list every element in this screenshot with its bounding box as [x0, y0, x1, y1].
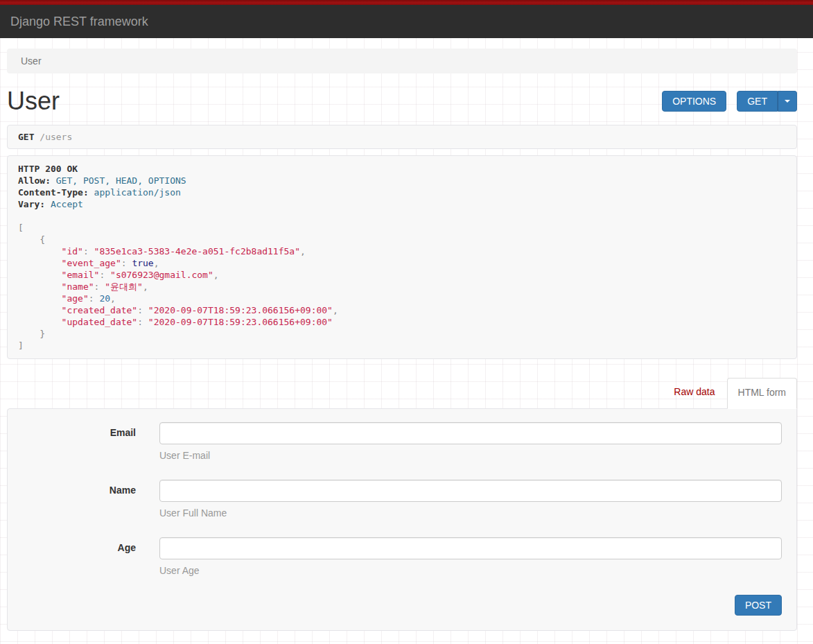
format-tabs: Raw data HTML form [7, 378, 797, 408]
json-token: "2020-09-07T18:59:23.066156+09:00" [148, 305, 333, 315]
title-row: User OPTIONS GET [7, 87, 797, 116]
json-token: , [143, 281, 148, 292]
request-method: GET [18, 132, 34, 142]
field-column: User Full Name [159, 480, 782, 519]
header-name: Allow: [18, 175, 51, 186]
age-field[interactable] [159, 537, 782, 559]
header-name: Vary: [18, 199, 45, 209]
chevron-down-icon [785, 100, 790, 103]
brand-title: Django REST framework [10, 15, 148, 29]
top-red-stripe [0, 0, 813, 5]
json-token: : [89, 293, 100, 304]
json-token: } [18, 329, 45, 339]
get-dropdown-toggle[interactable] [778, 91, 797, 112]
json-token: : [121, 258, 132, 268]
field-help-text: User Age [159, 565, 782, 576]
header-name: Content-Type: [18, 187, 89, 198]
json-token: : [137, 317, 148, 327]
json-token: : [94, 281, 105, 292]
json-token: "updated_date" [18, 317, 137, 327]
field-label-email: Email [18, 422, 136, 461]
json-token: 20 [99, 293, 110, 304]
json-token: , [154, 258, 159, 268]
json-token: "email" [18, 270, 99, 280]
field-help-text: User E-mail [159, 450, 782, 461]
json-token: true [132, 258, 153, 268]
options-button[interactable]: OPTIONS [662, 91, 726, 112]
form-row-name: NameUser Full Name [18, 480, 782, 519]
json-token: : [137, 305, 148, 315]
form-actions: POST [18, 595, 782, 616]
breadcrumb: User [7, 49, 797, 73]
json-token: , [300, 246, 306, 256]
json-token: , [110, 293, 116, 304]
json-token: "age" [18, 293, 89, 304]
tab-raw-data[interactable]: Raw data [663, 378, 725, 408]
json-token: "s076923@gmail.com" [110, 270, 213, 280]
json-token: "2020-09-07T18:59:23.066156+09:00" [148, 317, 333, 327]
json-token: { [18, 234, 45, 245]
get-button-group: GET [737, 91, 797, 112]
json-token: "name" [18, 281, 94, 292]
request-line: GET /users [7, 125, 797, 149]
json-token: : [99, 270, 110, 280]
json-token: : [83, 246, 94, 256]
main-container: User User OPTIONS GET GET /users HTTP 20… [7, 49, 797, 631]
field-column: User E-mail [159, 422, 782, 461]
email-field[interactable] [159, 422, 782, 444]
page-title: User [7, 87, 60, 115]
navbar: Django REST framework [0, 5, 813, 38]
header-value: application/json [94, 187, 181, 198]
name-field[interactable] [159, 480, 782, 502]
html-form-panel: EmailUser E-mailNameUser Full NameAgeUse… [7, 408, 797, 631]
json-token: "event_age" [18, 258, 121, 268]
response-body: HTTP 200 OK Allow: GET, POST, HEAD, OPTI… [7, 155, 797, 359]
get-button[interactable]: GET [737, 91, 778, 112]
json-token: , [333, 305, 338, 315]
json-token: "윤대희" [105, 281, 143, 292]
json-token: "835e1ca3-5383-4e2e-a051-fc2b8ad11f5a" [94, 246, 300, 256]
breadcrumb-item-user[interactable]: User [21, 55, 42, 67]
form-row-email: EmailUser E-mail [18, 422, 782, 461]
header-value: Accept [51, 199, 83, 209]
request-path: /users [34, 132, 72, 142]
tab-html-form[interactable]: HTML form [727, 378, 797, 409]
status-line: HTTP 200 OK [18, 164, 78, 174]
field-column: User Age [159, 537, 782, 576]
field-help-text: User Full Name [159, 507, 782, 519]
form-row-age: AgeUser Age [18, 537, 782, 576]
json-token: "id" [18, 246, 83, 256]
json-token: ] [18, 340, 24, 351]
json-token: "created_date" [18, 305, 137, 315]
field-label-age: Age [18, 537, 136, 576]
header-value: GET, POST, HEAD, OPTIONS [56, 175, 186, 186]
json-token: , [213, 270, 219, 280]
post-button[interactable]: POST [735, 595, 782, 616]
field-label-name: Name [18, 480, 136, 519]
toolbar: OPTIONS GET [662, 91, 797, 112]
json-token: [ [18, 223, 24, 233]
form-fields: EmailUser E-mailNameUser Full NameAgeUse… [18, 422, 782, 576]
